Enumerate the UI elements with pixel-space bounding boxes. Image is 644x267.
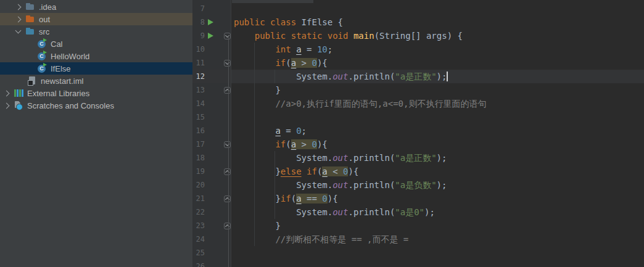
code-line-13[interactable]: 13 } bbox=[192, 83, 644, 97]
tree-item-ifelse[interactable]: IfElse bbox=[0, 62, 192, 75]
code-line-11[interactable]: 11 if(a > 0){ bbox=[192, 56, 644, 70]
code-text[interactable]: a = 0; bbox=[231, 124, 307, 138]
line-number: 15 bbox=[192, 110, 205, 124]
fold-down-icon[interactable] bbox=[224, 60, 231, 67]
code-text[interactable]: public static void main(String[] args) { bbox=[231, 29, 463, 43]
code-line-24[interactable]: 24 //判断相不相等是 == ,而不是 = bbox=[192, 232, 644, 246]
fold-slot bbox=[216, 60, 231, 67]
code-line-9[interactable]: 9 public static void main(String[] args)… bbox=[192, 29, 644, 43]
code-line-25[interactable]: 25 bbox=[192, 246, 644, 260]
line-number: 21 bbox=[192, 192, 205, 205]
gutter-cell: 10 bbox=[192, 43, 231, 56]
code-text[interactable]: }else if(a < 0){ bbox=[231, 165, 358, 178]
code-text[interactable]: System.out.println("a是正数"); bbox=[231, 70, 448, 83]
code-line-19[interactable]: 19 }else if(a < 0){ bbox=[192, 165, 644, 178]
chevron-right-icon[interactable] bbox=[15, 16, 22, 22]
fold-down-icon[interactable] bbox=[224, 141, 231, 148]
tree-item-label: External Libraries bbox=[27, 89, 89, 98]
code-line-23[interactable]: 23 } bbox=[192, 219, 644, 232]
gutter-cell: 14 bbox=[192, 97, 231, 110]
iml-icon bbox=[27, 76, 37, 86]
tree-item-out[interactable]: out bbox=[0, 13, 192, 25]
code-line-18[interactable]: 18 System.out.println("a是正数"); bbox=[192, 151, 644, 165]
run-icon[interactable] bbox=[208, 19, 213, 25]
class-icon bbox=[37, 39, 47, 49]
line-number: 17 bbox=[192, 138, 205, 151]
editor-pane[interactable]: 78public class IfElse {9 public static v… bbox=[192, 0, 644, 267]
tree-item-external-libraries[interactable]: External Libraries bbox=[0, 87, 192, 99]
code-text[interactable]: //a>0,执行if里面的语句,a<=0,则不执行里面的语句 bbox=[231, 97, 486, 110]
code-text[interactable]: if(a > 0){ bbox=[231, 138, 328, 151]
gutter-cell: 24 bbox=[192, 232, 231, 246]
line-number: 22 bbox=[192, 205, 205, 219]
code-line-14[interactable]: 14 //a>0,执行if里面的语句,a<=0,则不执行里面的语句 bbox=[192, 97, 644, 110]
line-number: 7 bbox=[192, 2, 205, 15]
fold-slot bbox=[216, 168, 231, 175]
folder-out-icon bbox=[25, 14, 35, 24]
run-icon[interactable] bbox=[208, 33, 213, 39]
text-caret bbox=[447, 72, 448, 81]
gutter-cell: 15 bbox=[192, 110, 231, 124]
indent-guide bbox=[254, 43, 255, 246]
code-text[interactable]: if(a > 0){ bbox=[231, 56, 328, 70]
code-line-10[interactable]: 10 int a = 10; bbox=[192, 43, 644, 56]
code-line-20[interactable]: 20 System.out.println("a是负数"); bbox=[192, 178, 644, 192]
fold-up-icon[interactable] bbox=[224, 195, 231, 202]
fold-up-icon[interactable] bbox=[224, 168, 231, 175]
gutter-cell: 8 bbox=[192, 15, 231, 29]
chevron-right-icon[interactable] bbox=[4, 102, 10, 109]
code-text[interactable]: System.out.println("a是正数"); bbox=[231, 151, 447, 165]
gutter-cell: 20 bbox=[192, 178, 231, 192]
line-number: 20 bbox=[192, 178, 205, 192]
code-text[interactable]: public class IfElse { bbox=[231, 15, 343, 29]
gutter-cell: 21 bbox=[192, 192, 231, 205]
code-text[interactable]: System.out.println("a是0"); bbox=[231, 205, 435, 219]
fold-slot bbox=[216, 141, 231, 148]
code-text[interactable]: System.out.println("a是负数"); bbox=[231, 178, 447, 192]
line-number: 13 bbox=[192, 83, 205, 97]
gutter-cell: 18 bbox=[192, 151, 231, 165]
run-slot bbox=[205, 33, 216, 39]
fold-up-icon[interactable] bbox=[224, 223, 231, 229]
fold-down-icon[interactable] bbox=[224, 33, 231, 39]
fold-slot bbox=[216, 87, 231, 94]
tree-item-cal[interactable]: Cal bbox=[0, 38, 192, 50]
chevron-down-icon[interactable] bbox=[15, 28, 22, 34]
chevron-right-icon[interactable] bbox=[15, 4, 22, 10]
fold-slot bbox=[216, 223, 231, 229]
code-text[interactable]: } bbox=[231, 219, 281, 232]
lib-icon bbox=[14, 88, 23, 98]
gutter-cell: 22 bbox=[192, 205, 231, 219]
code-line-12[interactable]: 12 System.out.println("a是正数"); bbox=[192, 70, 644, 83]
code-text[interactable]: //判断相不相等是 == ,而不是 = bbox=[231, 232, 408, 246]
code-text[interactable]: } bbox=[231, 83, 281, 97]
scratch-icon bbox=[14, 101, 23, 110]
editor-lines: 78public class IfElse {9 public static v… bbox=[192, 2, 644, 267]
gutter-separator bbox=[231, 0, 231, 267]
class-icon bbox=[37, 51, 47, 61]
tree-item-label: out bbox=[39, 15, 50, 24]
fold-up-icon[interactable] bbox=[224, 87, 231, 94]
tree-item-label: Cal bbox=[51, 39, 63, 49]
code-line-21[interactable]: 21 }if(a == 0){ bbox=[192, 192, 644, 205]
code-text[interactable]: }if(a == 0){ bbox=[231, 192, 338, 205]
tree-item-newstart-iml[interactable]: newstart.iml bbox=[0, 75, 192, 87]
gutter-cell: 17 bbox=[192, 138, 231, 151]
code-line-22[interactable]: 22 System.out.println("a是0"); bbox=[192, 205, 644, 219]
chevron-right-icon[interactable] bbox=[4, 90, 10, 96]
code-line-17[interactable]: 17 if(a > 0){ bbox=[192, 138, 644, 151]
line-number: 26 bbox=[192, 260, 205, 267]
code-line-8[interactable]: 8public class IfElse { bbox=[192, 15, 644, 29]
tree-item-idea[interactable]: .idea bbox=[0, 1, 192, 13]
code-line-26[interactable]: 26 bbox=[192, 260, 644, 267]
fold-slot bbox=[216, 195, 231, 202]
tree-item-src[interactable]: src bbox=[0, 25, 192, 38]
code-text[interactable]: int a = 10; bbox=[231, 43, 332, 56]
gutter-cell: 12 bbox=[192, 70, 231, 83]
tree-item-helloworld[interactable]: HelloWorld bbox=[0, 50, 192, 62]
code-line-7[interactable]: 7 bbox=[192, 2, 644, 15]
code-line-16[interactable]: 16 a = 0; bbox=[192, 124, 644, 138]
code-line-15[interactable]: 15 bbox=[192, 110, 644, 124]
tree-item-scratches-consoles[interactable]: Scratches and Consoles bbox=[0, 99, 192, 112]
folder-src-icon bbox=[25, 27, 35, 36]
